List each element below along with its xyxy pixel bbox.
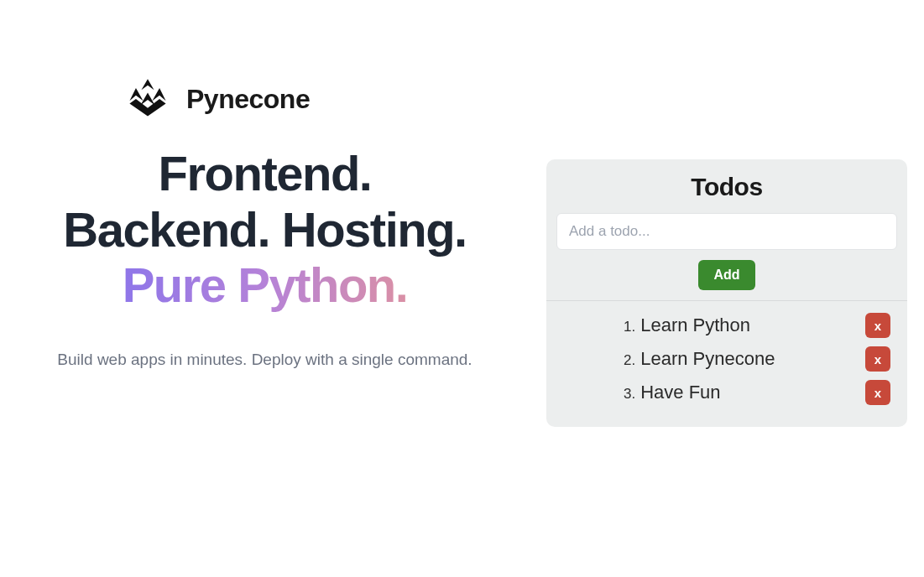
list-item: 3. Have Fun x xyxy=(624,380,890,405)
todo-item-number: 2. xyxy=(624,352,635,369)
brand: Pynecone xyxy=(124,75,530,122)
delete-button[interactable]: x xyxy=(865,313,890,338)
hero-line-1: Frontend. xyxy=(0,146,530,202)
hero-subtitle: Build web apps in minutes. Deploy with a… xyxy=(0,351,530,369)
add-button[interactable]: Add xyxy=(698,260,754,290)
todo-item-label: Have Fun xyxy=(640,382,720,403)
todo-item-number: 3. xyxy=(624,386,635,403)
list-item: 2. Learn Pynecone x xyxy=(624,346,890,372)
hero-line-3: Pure Python. xyxy=(0,257,530,314)
todo-title: Todos xyxy=(556,173,897,201)
todo-list: 1. Learn Python x 2. Learn Pynecone x 3. xyxy=(556,313,897,405)
todo-item-number: 1. xyxy=(624,319,635,335)
divider xyxy=(546,300,907,301)
hero-section: Pynecone Frontend. Backend. Hosting. Pur… xyxy=(0,0,546,577)
hero-title: Frontend. Backend. Hosting. Pure Python. xyxy=(0,146,530,314)
todo-input[interactable] xyxy=(556,213,897,250)
brand-name: Pynecone xyxy=(186,84,310,115)
todo-app-card: Todos Add 1. Learn Python x 2. Learn Py xyxy=(546,159,907,427)
todo-item-label: Learn Pynecone xyxy=(640,348,775,370)
hero-line-2: Backend. Hosting. xyxy=(0,202,530,258)
list-item: 1. Learn Python x xyxy=(624,313,890,338)
delete-button[interactable]: x xyxy=(865,346,890,372)
delete-button[interactable]: x xyxy=(865,380,890,405)
todo-item-label: Learn Python xyxy=(640,314,750,336)
pynecone-logo-icon xyxy=(124,75,171,122)
